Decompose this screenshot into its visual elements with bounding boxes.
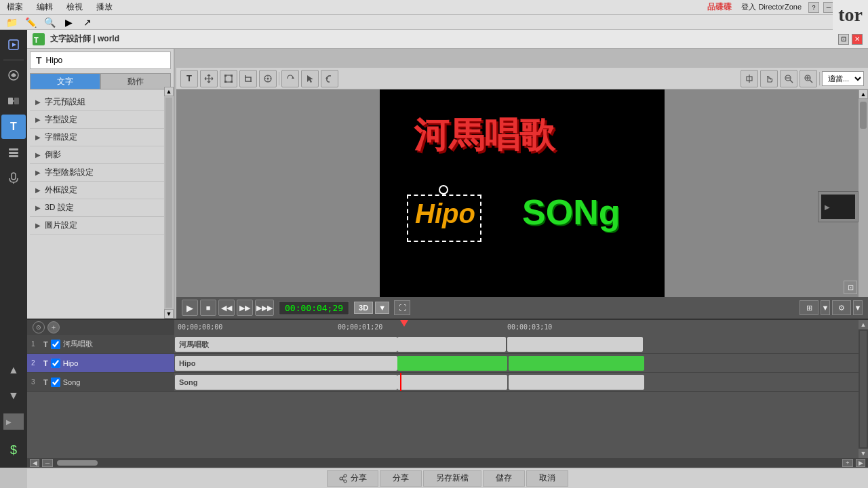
zoom-select[interactable]: 適當... 100% 75% 50% — [822, 71, 864, 86]
toolbar-icon-1[interactable]: 📁 — [4, 15, 19, 30]
tl-scroll-zoom-in[interactable]: + — [842, 459, 853, 467]
sidebar-item-mic[interactable] — [1, 166, 26, 190]
track-2-clip-main[interactable]: Hipo — [175, 356, 397, 371]
play-button[interactable]: ▶ — [182, 300, 198, 316]
tl-add-icon[interactable]: + — [47, 321, 60, 333]
tool-move[interactable] — [200, 70, 218, 87]
menu-search[interactable]: 檔案 — [4, 0, 26, 14]
panel-item-font-settings[interactable]: ▶ 字型設定 — [30, 111, 171, 129]
window-restore[interactable]: ⊡ — [838, 34, 849, 45]
scroll-up-btn[interactable]: ▲ — [164, 87, 174, 96]
panel-item-3d[interactable]: ▶ 3D 設定 — [30, 199, 171, 217]
svg-point-20 — [267, 77, 269, 79]
track-1-clip-main[interactable]: 河馬唱歌 — [175, 337, 397, 352]
toolbar-icon-5[interactable]: ↗ — [80, 15, 95, 30]
btn-share-project[interactable]: 分享 — [327, 470, 378, 487]
rotate-handle[interactable] — [439, 185, 448, 195]
btn-cancel[interactable]: 取消 — [526, 470, 568, 487]
canvas-text-song[interactable]: SONg — [522, 192, 620, 232]
stop-button[interactable]: ■ — [200, 300, 216, 316]
toolbar-icon-4[interactable]: ▶ — [61, 15, 76, 30]
tool-resize[interactable] — [220, 70, 237, 87]
track-2-checkbox[interactable] — [51, 359, 60, 368]
tl-vscroll-down[interactable]: ▼ — [859, 449, 868, 458]
track-1-clip-ext2[interactable] — [507, 337, 643, 352]
btn-save-new[interactable]: 另存新檔 — [423, 470, 481, 487]
tab-text[interactable]: 文字 — [30, 73, 100, 89]
sidebar-item-dollar[interactable]: $ — [1, 438, 26, 462]
tool-rotate[interactable] — [281, 70, 299, 87]
fullscreen-toggle[interactable]: ⛶ — [394, 300, 410, 315]
track-3-clip-ext2[interactable] — [509, 375, 644, 390]
canvas-text-hipo[interactable]: Hipo — [415, 199, 475, 229]
track-3-clip-main[interactable]: Song — [175, 375, 397, 390]
view-mode-dropdown[interactable]: ▼ — [821, 300, 830, 315]
fast-forward-button[interactable]: ▶▶▶ — [255, 300, 274, 316]
login-link[interactable]: 登入 DirectorZone — [738, 1, 804, 14]
settings-btn[interactable]: ⚙ — [832, 300, 851, 315]
menu-play[interactable]: 播放 — [94, 0, 115, 14]
track-2-clip-green2[interactable] — [509, 356, 644, 371]
btn-share[interactable]: 分享 — [380, 470, 422, 487]
track-1-clip-ext1[interactable] — [397, 337, 506, 352]
tl-vscroll-up[interactable]: ▲ — [859, 320, 868, 329]
panel-item-image[interactable]: ▶ 圖片設定 — [30, 217, 171, 235]
sidebar-item-preview-thumb[interactable]: ▶ — [1, 409, 26, 434]
prev-frame-button[interactable]: ◀◀ — [218, 300, 235, 316]
preview-scroll-up[interactable]: ▲ — [859, 89, 868, 99]
track-1-content[interactable]: 河馬唱歌 — [175, 335, 868, 353]
btn-save[interactable]: 儲存 — [483, 470, 525, 487]
toolbar-icon-3[interactable]: 🔍 — [42, 15, 57, 30]
tool-snap[interactable] — [741, 70, 758, 87]
icon-bar-divider-1 — [3, 60, 24, 60]
sidebar-item-up[interactable]: ▲ — [1, 358, 26, 382]
tl-scroll-zoom-out[interactable]: ─ — [42, 459, 53, 467]
tool-crop[interactable] — [239, 70, 257, 87]
tool-text[interactable]: T — [180, 70, 198, 87]
sidebar-item-media[interactable] — [1, 33, 26, 57]
sidebar-item-menu[interactable] — [1, 140, 26, 165]
panel-item-glyph-preset[interactable]: ▶ 字元預設組 — [30, 94, 171, 111]
window-close[interactable]: ✕ — [852, 34, 863, 45]
track-3-content[interactable]: Song — [175, 373, 868, 391]
tl-scroll-thumb[interactable] — [57, 460, 98, 466]
playhead-indicator[interactable] — [400, 320, 408, 327]
tool-undo[interactable] — [321, 70, 338, 87]
panel-item-font-shadow[interactable]: ▶ 字型陰影設定 — [30, 164, 171, 182]
sidebar-item-down[interactable]: ▼ — [1, 384, 26, 408]
panel-item-border[interactable]: ▶ 外框設定 — [30, 182, 171, 199]
scroll-down-btn[interactable]: ▼ — [164, 309, 174, 319]
tl-target-icon[interactable]: ⊙ — [33, 321, 45, 333]
track-3-checkbox[interactable] — [51, 378, 60, 387]
track-3-clip-ext1[interactable] — [397, 375, 507, 390]
settings-dropdown[interactable]: ▼ — [853, 300, 863, 315]
tool-hand[interactable] — [760, 70, 778, 87]
sidebar-item-text[interactable]: T — [1, 115, 26, 139]
3d-badge[interactable]: 3D — [354, 302, 373, 314]
tool-position[interactable] — [259, 70, 277, 87]
menu-view[interactable]: 檢視 — [64, 0, 85, 14]
tool-zoom-out[interactable] — [780, 70, 797, 87]
help-icon[interactable]: ? — [808, 2, 819, 13]
toolbar-icon-2[interactable]: ✏️ — [23, 15, 38, 30]
tab-action[interactable]: 動作 — [100, 73, 171, 89]
tl-scroll-left[interactable]: ◀ — [30, 459, 39, 467]
track-2-clip-green1[interactable] — [397, 356, 507, 371]
sidebar-item-transitions[interactable] — [1, 89, 26, 113]
playback-controls: ▶ ■ ◀◀ ▶▶ ▶▶▶ 00:00:04;29 3D ▼ ⛶ ⊞ ▼ ⚙ ▼ — [176, 297, 868, 319]
track-2-content[interactable]: Hipo — [175, 354, 868, 372]
fullscreen-icon[interactable]: ⊡ — [844, 281, 857, 294]
tool-select[interactable] — [301, 70, 319, 87]
3d-dropdown[interactable]: ▼ — [375, 302, 389, 314]
tl-scroll-right[interactable]: ▶ — [856, 459, 865, 467]
menu-edit[interactable]: 編輯 — [34, 0, 56, 14]
view-mode-btn[interactable]: ⊞ — [800, 300, 818, 315]
panel-item-shadow[interactable]: ▶ 倒影 — [30, 146, 171, 164]
tool-zoom-in[interactable] — [800, 70, 817, 87]
tor-text: tor — [833, 0, 868, 30]
track-1-checkbox[interactable] — [51, 340, 60, 349]
sidebar-item-effects[interactable] — [1, 63, 26, 87]
next-frame-button[interactable]: ▶▶ — [237, 300, 253, 316]
panel-item-typeface[interactable]: ▶ 字體設定 — [30, 129, 171, 146]
canvas-text-chinese[interactable]: 河馬唱歌 — [414, 112, 555, 159]
